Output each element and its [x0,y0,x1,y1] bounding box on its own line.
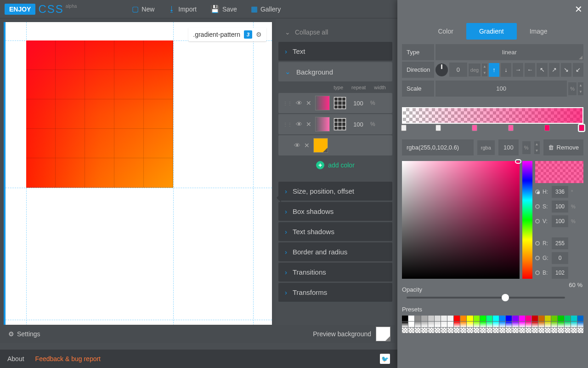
twitter-icon[interactable]: 🐦 [380,354,390,364]
tab-gradient[interactable]: Gradient [466,23,517,40]
preset-swatch[interactable] [538,316,544,321]
gradient-stop[interactable] [508,125,514,131]
saturation-value-picker[interactable] [402,161,520,279]
gradient-stop[interactable] [544,125,550,131]
preset-swatch[interactable] [565,328,571,333]
preset-swatch[interactable] [460,316,466,321]
preset-swatch[interactable] [532,322,538,327]
preset-swatch[interactable] [460,328,466,333]
preset-swatch[interactable] [565,316,571,321]
preset-swatch[interactable] [558,322,564,327]
layer-swatch[interactable] [315,96,330,110]
preset-swatch[interactable] [447,328,453,333]
preset-swatch[interactable] [428,322,434,327]
preset-swatch[interactable] [474,316,480,321]
preset-swatch[interactable] [421,316,427,321]
canvas[interactable]: .gradient-pattern 3 ⚙ [4,22,272,339]
stop-position-spinner[interactable]: ▲▼ [534,141,540,154]
preset-swatch[interactable] [538,322,544,327]
visibility-icon[interactable]: 👁 [296,99,302,107]
section-transforms[interactable]: ›Transforms [278,283,392,302]
arrow-upleft-button[interactable]: ↖ [537,63,547,77]
sv-cursor[interactable] [515,159,521,164]
preset-swatch[interactable] [486,328,492,333]
preset-swatch[interactable] [551,322,557,327]
section-boxshadow[interactable]: ›Box shadows [278,202,392,221]
preset-swatch[interactable] [571,328,577,333]
g-input[interactable]: 0 [552,252,568,264]
preset-swatch[interactable] [493,328,499,333]
section-background[interactable]: ⌄Background [278,62,392,81]
preset-swatch[interactable] [447,322,453,327]
gallery-button[interactable]: ▦Gallery [251,5,281,13]
preset-swatch[interactable] [421,322,427,327]
preset-swatch[interactable] [499,322,505,327]
v-input[interactable]: 100 [552,215,568,227]
gradient-stop[interactable] [435,125,441,131]
import-button[interactable]: ⭳Import [168,5,197,13]
tab-image[interactable]: Image [517,23,560,40]
preset-swatch[interactable] [519,322,525,327]
preset-swatch[interactable] [408,328,414,333]
preset-swatch[interactable] [480,322,486,327]
radio-s[interactable] [535,204,540,209]
opacity-thumb[interactable] [502,294,509,301]
radio-b[interactable] [535,270,540,275]
preset-swatch[interactable] [467,322,473,327]
preset-swatch[interactable] [545,316,551,321]
preset-swatch[interactable] [447,316,453,321]
width-input[interactable]: 100 [350,100,367,107]
preset-swatch[interactable] [519,316,525,321]
section-textshadow[interactable]: ›Text shadows [278,222,392,241]
preset-swatch[interactable] [551,316,557,321]
preset-swatch[interactable] [435,328,441,333]
preset-swatch[interactable] [402,316,408,321]
preset-swatch[interactable] [558,328,564,333]
preset-swatch[interactable] [402,322,408,327]
visibility-icon[interactable]: 👁 [294,142,300,149]
preset-swatch[interactable] [499,316,505,321]
preset-swatch[interactable] [571,322,577,327]
preset-swatch[interactable] [545,322,551,327]
preset-swatch[interactable] [526,316,531,321]
color-value-input[interactable]: rgba(255,0,102,0.6) [402,139,474,155]
h-input[interactable]: 336 [552,186,568,198]
repeat-picker[interactable] [334,118,346,131]
preset-swatch[interactable] [532,316,538,321]
gradient-preview-bar[interactable] [402,107,583,124]
radio-h[interactable] [535,190,540,194]
section-transitions[interactable]: ›Transitions [278,263,392,282]
preset-swatch[interactable] [506,328,512,333]
r-input[interactable]: 255 [552,237,568,249]
color-format-button[interactable]: rgba [477,140,495,155]
gradient-stops[interactable] [402,125,583,132]
section-text[interactable]: ›Text [278,42,392,61]
preset-swatch[interactable] [415,322,421,327]
preset-swatch[interactable] [454,316,460,321]
preset-swatch[interactable] [526,328,531,333]
preset-swatch[interactable] [467,328,473,333]
arrow-upright-button[interactable]: ↗ [549,63,560,77]
drag-handle-icon[interactable]: ⋮⋮ [283,101,292,106]
direction-input[interactable]: 0 [449,63,467,77]
arrow-up-button[interactable]: ↑ [489,63,499,77]
save-button[interactable]: 💾Save [210,5,237,13]
arrow-downright-button[interactable]: ↘ [561,63,571,77]
tab-color[interactable]: Color [425,23,466,40]
preset-swatch[interactable] [526,322,531,327]
preset-swatch[interactable] [565,322,571,327]
preset-swatch[interactable] [551,328,557,333]
scale-spinner[interactable]: ▲▼ [578,82,583,95]
preset-swatch[interactable] [486,322,492,327]
visibility-icon[interactable]: 👁 [296,121,302,128]
bg-layer[interactable]: ⋮⋮ 👁 ✕ 100% [278,93,392,113]
preset-swatch[interactable] [538,328,544,333]
layer-swatch[interactable] [315,117,330,132]
preset-swatch[interactable] [415,328,421,333]
preset-swatch[interactable] [512,316,518,321]
radio-r[interactable] [535,241,540,246]
preset-swatch[interactable] [486,316,492,321]
width-input[interactable]: 100 [350,121,367,128]
about-link[interactable]: About [7,355,24,362]
s-input[interactable]: 100 [552,201,568,213]
